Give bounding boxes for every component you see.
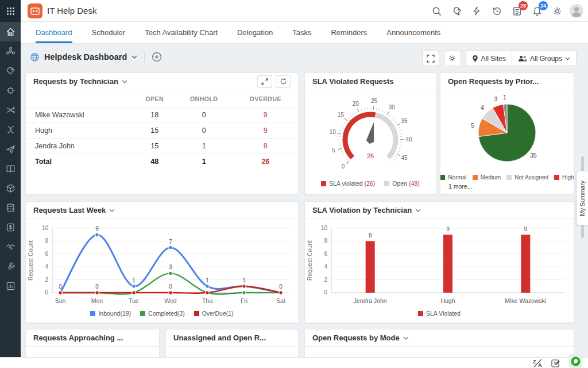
quick-actions-icon[interactable] xyxy=(469,3,484,18)
svg-text:5: 5 xyxy=(332,147,335,154)
svg-text:8: 8 xyxy=(369,232,372,239)
sidebar-item-ticket-icon[interactable] xyxy=(0,61,21,80)
chevron-down-icon xyxy=(565,57,570,60)
chevron-down-icon[interactable] xyxy=(122,80,127,83)
sla-gauge-chart[interactable]: 05101520253035404526 xyxy=(305,90,436,178)
chevron-down-icon[interactable] xyxy=(403,336,409,340)
chevron-down-icon[interactable] xyxy=(415,209,421,212)
svg-text:1: 1 xyxy=(206,277,209,283)
legend-item[interactable]: Completed(3) xyxy=(140,310,185,317)
dashboard-settings-button[interactable] xyxy=(444,51,461,66)
location-pin-icon xyxy=(472,55,478,63)
all-sites-button[interactable]: All Sites xyxy=(466,51,512,66)
legend-item[interactable]: SLA Violated xyxy=(418,310,461,317)
sidebar-item-book-icon[interactable] xyxy=(0,159,21,178)
legend-item[interactable]: Normal xyxy=(440,174,466,181)
pending-tasks-icon[interactable]: 28 xyxy=(509,3,524,18)
user-avatar[interactable] xyxy=(570,4,583,18)
dashboard-title[interactable]: Helpdesk Dashboard xyxy=(44,52,127,62)
gauge-legend: SLA violated(26)Open(48) xyxy=(305,180,436,187)
topbar-actions: 28 24 xyxy=(429,0,583,22)
live-chat-icon[interactable] xyxy=(568,354,582,368)
app-logo-icon[interactable] xyxy=(28,3,42,18)
sla-violation-bar-chart[interactable]: 0246810Request CountJendra John8Hugh9Mik… xyxy=(305,219,574,308)
notifications-bell-icon[interactable]: 24 xyxy=(529,3,544,18)
sidebar-item-wrench-icon[interactable] xyxy=(0,256,21,276)
sidebar-item-report-icon[interactable] xyxy=(0,276,21,296)
history-icon[interactable] xyxy=(489,3,504,18)
priority-pie-chart[interactable]: 355431 xyxy=(440,90,574,172)
card-title: Unassigned and Open R... xyxy=(173,334,266,342)
svg-text:1: 1 xyxy=(132,277,136,283)
settings-gear-icon[interactable] xyxy=(550,3,564,18)
legend-item[interactable]: Medium xyxy=(473,174,501,181)
svg-text:26: 26 xyxy=(367,152,374,159)
svg-text:2: 2 xyxy=(324,277,327,283)
legend-item[interactable]: OverDue(1) xyxy=(194,310,234,317)
refresh-card-button[interactable] xyxy=(276,75,291,88)
wrench-icon xyxy=(5,261,16,272)
tab-tech-availability-chart[interactable]: Tech Availability Chart xyxy=(145,22,218,43)
legend-item[interactable]: Inbound(19) xyxy=(90,310,131,317)
app-launcher-icon[interactable] xyxy=(0,0,21,22)
package-icon xyxy=(5,183,16,194)
sidebar-item-launch-icon[interactable] xyxy=(0,139,21,159)
chevron-down-icon[interactable] xyxy=(131,55,137,59)
svg-text:35: 35 xyxy=(401,118,408,124)
legend-item[interactable]: SLA violated(26) xyxy=(321,180,375,187)
col-name xyxy=(26,90,134,108)
card-requests-last-week: Requests Last Week 0246810Request CountS… xyxy=(25,201,299,323)
svg-text:9: 9 xyxy=(446,226,450,232)
sidebar-item-bug-icon[interactable] xyxy=(0,80,21,100)
svg-text:0: 0 xyxy=(279,283,283,290)
svg-text:45: 45 xyxy=(401,155,408,161)
svg-text:6: 6 xyxy=(324,251,327,257)
ticket-icon xyxy=(5,66,16,76)
sidebar-item-billing-icon[interactable] xyxy=(0,217,21,237)
chevron-down-icon[interactable] xyxy=(109,209,115,212)
table-row: Mike Wazowski1809 xyxy=(26,108,298,123)
svg-text:7: 7 xyxy=(169,239,172,245)
legend-item[interactable]: High xyxy=(554,174,574,181)
fullscreen-button[interactable] xyxy=(422,51,439,66)
new-ticket-icon[interactable] xyxy=(449,3,464,18)
my-summary-label: My Summary xyxy=(579,181,586,216)
legend-item[interactable]: Not Assigned xyxy=(506,174,548,181)
svg-text:Jendra John: Jendra John xyxy=(354,297,387,304)
svg-text:0: 0 xyxy=(59,283,62,290)
sidebar-item-spinner-icon[interactable] xyxy=(0,41,21,61)
card-sla-violation-by-technician: SLA Violation by Technician 0246810Reque… xyxy=(304,201,574,323)
sidebar-item-knot-icon[interactable] xyxy=(0,120,21,139)
svg-text:15: 15 xyxy=(338,112,345,118)
tab-scheduler[interactable]: Scheduler xyxy=(92,22,126,43)
table-row: Hugh1509 xyxy=(26,123,298,139)
tab-announcements[interactable]: Announcements xyxy=(386,22,440,43)
globe-icon xyxy=(30,52,40,62)
all-groups-button[interactable]: All Groups xyxy=(512,51,576,66)
sidebar-item-database-icon[interactable] xyxy=(0,198,21,217)
expand-card-button[interactable] xyxy=(257,75,272,88)
svg-text:0: 0 xyxy=(324,289,327,296)
search-icon[interactable] xyxy=(429,3,444,18)
sidebar-item-home-icon[interactable] xyxy=(0,22,21,41)
svg-text:10: 10 xyxy=(330,129,336,135)
tab-delegation[interactable]: Delegation xyxy=(237,22,273,43)
sidebar-item-handshake-icon[interactable] xyxy=(0,237,21,256)
tab-dashboard[interactable]: Dashboard xyxy=(36,22,72,43)
legend-item[interactable]: Open(48) xyxy=(384,180,419,187)
sidebar-item-shuffle-icon[interactable] xyxy=(0,100,21,120)
translate-icon[interactable]: ZA xyxy=(533,359,543,367)
my-summary-tab[interactable]: My Summary xyxy=(576,171,588,225)
card-open-requests-by-priority: Open Requests by Prior... 355431 NormalM… xyxy=(440,72,574,194)
sidebar-item-package-icon[interactable] xyxy=(0,178,21,198)
requests-last-week-chart[interactable]: 0246810Request CountSunMonTueWedThuFriSa… xyxy=(26,219,298,308)
add-dashboard-icon[interactable] xyxy=(152,52,162,62)
launch-icon xyxy=(5,144,16,155)
legend-more-link[interactable]: 1 more... xyxy=(440,181,574,190)
tab-reminders[interactable]: Reminders xyxy=(331,22,367,43)
feedback-compose-icon[interactable] xyxy=(551,359,560,367)
svg-text:25: 25 xyxy=(371,98,378,104)
table-row: Jendra John1518 xyxy=(26,139,298,154)
tab-tasks[interactable]: Tasks xyxy=(292,22,311,43)
svg-text:0: 0 xyxy=(45,289,48,296)
